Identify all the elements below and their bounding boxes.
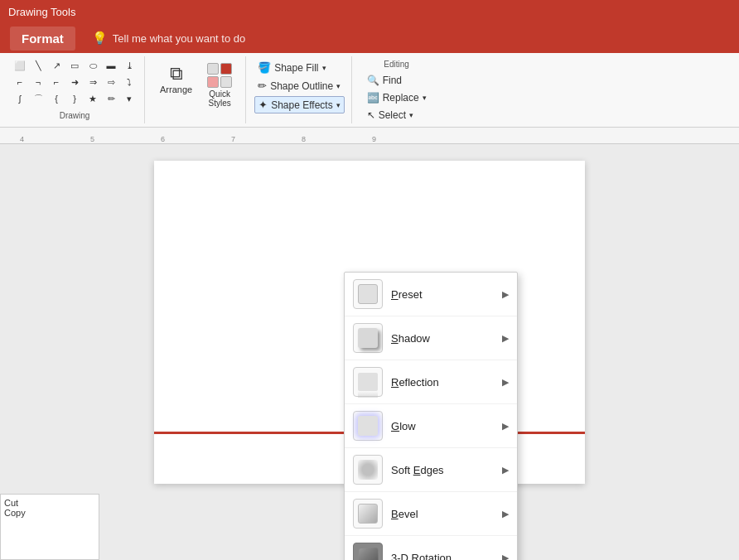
preset-icon (358, 284, 378, 304)
select-button[interactable]: ↖ Select ▾ (362, 108, 432, 123)
art-btn[interactable]: ✏ (103, 91, 119, 106)
arrow4-btn[interactable]: ⇨ (103, 75, 119, 89)
soft-edges-chevron-icon: ▶ (502, 465, 509, 476)
arrow-btn[interactable]: ↗ (48, 58, 65, 73)
replace-icon: 🔤 (367, 92, 379, 104)
more2-btn[interactable]: ▾ (121, 91, 138, 106)
free1-btn[interactable]: ∫ (12, 91, 28, 106)
reflection-icon-box (353, 367, 383, 397)
menu-item-preset[interactable]: Preset ▶ (345, 273, 517, 316)
swatch4 (220, 76, 232, 88)
swatch2 (220, 63, 232, 75)
arrow3-btn[interactable]: ⇒ (85, 75, 101, 89)
editing-section: Editing 🔍 Find 🔤 Replace ▾ ↖ Select ▾ (354, 56, 440, 123)
shape-outline-button[interactable]: ✏ Shape Outline ▾ (254, 78, 344, 94)
glow-label: Glow (391, 420, 494, 432)
swatch3 (207, 76, 219, 88)
glow-chevron-icon: ▶ (502, 421, 509, 432)
arrow2-btn[interactable]: ➜ (66, 75, 83, 89)
ribbon-tab-row: Format 💡 Tell me what you want to do (0, 23, 739, 53)
effects-icon: ✦ (258, 99, 268, 111)
shadow-icon-box (353, 323, 383, 353)
shape-outline-label: Shape Outline (270, 80, 333, 92)
ruler: 4 5 6 7 8 9 (0, 128, 739, 144)
more-btn[interactable]: ⤵ (121, 75, 138, 89)
menu-item-bevel[interactable]: Bevel ▶ (345, 492, 517, 536)
drawing-label: Drawing (60, 111, 90, 122)
reflection-label: Reflection (391, 376, 494, 389)
brace1-btn[interactable]: { (48, 91, 65, 106)
star-btn[interactable]: ★ (85, 91, 101, 106)
menu-item-shadow[interactable]: Shadow ▶ (345, 316, 517, 360)
free2-btn[interactable]: ⌒ (30, 91, 46, 106)
menu-item-reflection[interactable]: Reflection ▶ (345, 360, 517, 404)
ruler-mark-6: 6 (161, 135, 165, 143)
drawing-row-1: ⬜ ╲ ↗ ▭ ⬭ ▬ ⤓ (12, 58, 138, 73)
replace-button[interactable]: 🔤 Replace ▾ (362, 90, 432, 105)
menu-item-3d-rotation[interactable]: 3-D Rotation ▶ (345, 536, 517, 560)
select-icon: ↖ (367, 109, 375, 121)
shape1-btn[interactable]: ⌐ (12, 75, 28, 89)
lightbulb-icon: 💡 (92, 31, 108, 46)
replace-label: Replace (383, 92, 419, 104)
drawing-section: ⬜ ╲ ↗ ▭ ⬭ ▬ ⤓ ⌐ ¬ ⌐ ➜ ⇒ ⇨ ⤵ ∫ ⌒ { } (5, 56, 145, 123)
tell-me-text: Tell me what you want to do (113, 32, 245, 45)
shape-fill-label: Shape Fill (274, 62, 318, 74)
3d-rotation-label: 3-D Rotation (391, 552, 494, 561)
preset-label: Preset (391, 288, 494, 301)
editing-section-label: Editing (362, 60, 432, 70)
preset-icon-box (353, 279, 383, 309)
3d-rotation-chevron-icon: ▶ (502, 553, 509, 561)
copy-label: Copy (4, 508, 95, 518)
ruler-mark-7: 7 (231, 135, 235, 143)
bevel-chevron-icon: ▶ (502, 509, 509, 519)
menu-item-soft-edges[interactable]: Soft Edges ▶ (345, 448, 517, 492)
fill-dropdown-icon: ▾ (322, 64, 326, 72)
oval-btn[interactable]: ⬭ (85, 58, 101, 73)
shape-effects-button[interactable]: ✦ Shape Effects ▾ (254, 96, 345, 113)
shape-effects-label: Shape Effects (271, 99, 333, 111)
tab-format[interactable]: Format (10, 27, 75, 51)
text-box-btn[interactable]: ⬜ (12, 58, 28, 73)
3d-rotation-icon-box (353, 543, 383, 560)
drawing-icons-grid: ⬜ ╲ ↗ ▭ ⬭ ▬ ⤓ ⌐ ¬ ⌐ ➜ ⇒ ⇨ ⤵ ∫ ⌒ { } (12, 58, 138, 106)
find-icon: 🔍 (367, 75, 379, 86)
soft-edges-icon (358, 460, 378, 480)
rect2-btn[interactable]: ▬ (103, 58, 119, 73)
reflection-inner (358, 391, 378, 398)
soft-edges-icon-box (353, 455, 383, 485)
scroll-btn[interactable]: ⤓ (121, 58, 138, 73)
reflection-icon (358, 373, 378, 391)
shadow-icon (358, 328, 378, 348)
shape3-btn[interactable]: ⌐ (48, 75, 65, 89)
3d-rotation-icon (358, 548, 379, 560)
find-label: Find (383, 75, 402, 86)
cut-label: Cut (4, 498, 95, 508)
main-area: Cut Copy Preset ▶ Shadow ▶ (0, 144, 739, 560)
quick-styles-button[interactable]: QuickStyles (202, 60, 237, 111)
glow-icon-box (353, 411, 383, 441)
bevel-icon (358, 504, 378, 524)
shadow-label: Shadow (391, 332, 494, 345)
menu-item-glow[interactable]: Glow ▶ (345, 404, 517, 448)
quick-styles-label: QuickStyles (209, 89, 231, 108)
soft-edges-label: Soft Edges (391, 464, 494, 476)
glow-icon (358, 416, 378, 436)
replace-dropdown-icon: ▾ (423, 94, 427, 102)
reflection-chevron-icon: ▶ (502, 377, 509, 388)
arrange-button[interactable]: ⧉ Arrange (155, 60, 197, 98)
line-btn[interactable]: ╲ (30, 58, 46, 73)
ribbon-toolbar: ⬜ ╲ ↗ ▭ ⬭ ▬ ⤓ ⌐ ¬ ⌐ ➜ ⇒ ⇨ ⤵ ∫ ⌒ { } (0, 53, 739, 128)
ruler-mark-9: 9 (372, 135, 376, 143)
effects-dropdown-icon: ▾ (336, 101, 341, 109)
outline-icon: ✏ (258, 80, 267, 92)
ruler-mark-8: 8 (302, 135, 306, 143)
shape-fill-button[interactable]: 🪣 Shape Fill ▾ (254, 60, 329, 75)
tell-me-bar[interactable]: 💡 Tell me what you want to do (92, 31, 245, 46)
brace2-btn[interactable]: } (66, 91, 83, 106)
find-button[interactable]: 🔍 Find (362, 73, 432, 88)
shape2-btn[interactable]: ¬ (30, 75, 46, 89)
preset-chevron-icon: ▶ (502, 289, 509, 300)
swatch1 (207, 63, 219, 75)
rect-btn[interactable]: ▭ (66, 58, 83, 73)
